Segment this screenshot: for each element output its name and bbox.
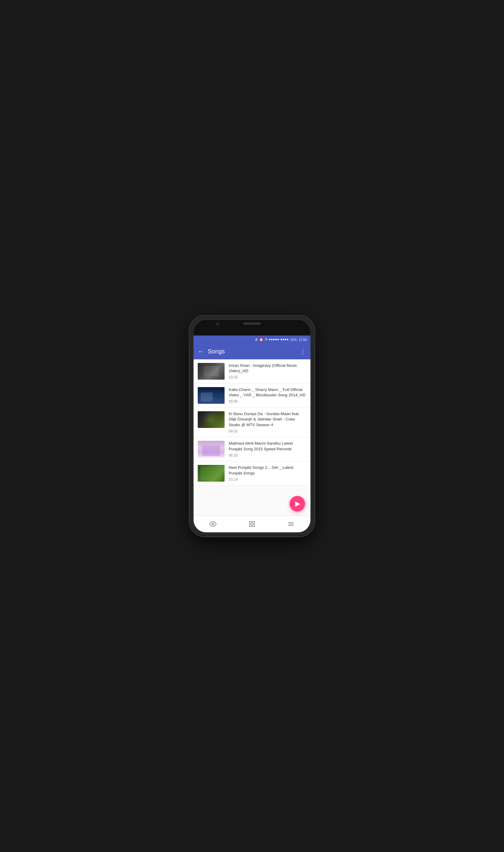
song-thumbnail [198, 441, 224, 457]
svg-rect-1 [249, 521, 251, 523]
list-item[interactable]: Imran Khan - Imaginary (Official Music V… [194, 359, 310, 383]
grid-icon [248, 520, 256, 528]
song-thumbnail [198, 411, 224, 428]
list-item[interactable]: Makhaul Akhil Manni Sandhu Latest Punjab… [194, 437, 310, 461]
svg-rect-2 [253, 521, 255, 523]
status-time: 17:00 [299, 338, 307, 342]
status-battery: 22% [290, 338, 297, 342]
song-title: Kalla Chann _ Sharry Mann _ Full Officia… [229, 387, 306, 398]
signal-2 [281, 339, 288, 340]
nav-menu-button[interactable] [282, 516, 300, 532]
svg-rect-3 [249, 525, 251, 527]
list-item[interactable]: Kalla Chann _ Sharry Mann _ Full Officia… [194, 383, 310, 407]
list-item[interactable]: New Punjabi Songs 2... Gel _ Latest Punj… [194, 461, 310, 486]
phone-speaker [243, 322, 261, 325]
app-screen: # ⏰ R 22% 17:00 [194, 336, 310, 532]
song-title: New Punjabi Songs 2... Gel _ Latest Punj… [229, 465, 306, 476]
play-icon: ▶ [295, 500, 300, 508]
nav-eye-button[interactable] [204, 516, 222, 532]
song-info: Imran Khan - Imaginary (Official Music V… [229, 363, 306, 380]
menu-lines-icon [287, 520, 295, 528]
app-title: Songs [208, 348, 296, 355]
phone-screen-container: # ⏰ R 22% 17:00 [194, 320, 310, 532]
song-title: Imran Khan - Imaginary (Official Music V… [229, 363, 306, 374]
svg-point-0 [212, 523, 214, 525]
song-title: Ki Banu Duniya Da - Gurdas Maan feat. Di… [229, 411, 306, 428]
song-duration: 08:02 [229, 429, 306, 433]
back-button[interactable]: ← [198, 348, 204, 355]
nav-grid-button[interactable] [243, 516, 261, 532]
bottom-nav [194, 515, 310, 532]
play-fab-button[interactable]: ▶ [290, 496, 305, 511]
song-info: Makhaul Akhil Manni Sandhu Latest Punjab… [229, 441, 306, 457]
song-info: New Punjabi Songs 2... Gel _ Latest Punj… [229, 465, 306, 482]
svg-rect-4 [253, 525, 255, 527]
app-bar: ← Songs ⋮ [194, 344, 310, 359]
song-thumbnail [198, 465, 224, 482]
song-title: Makhaul Akhil Manni Sandhu Latest Punjab… [229, 441, 306, 452]
eye-icon [209, 520, 217, 528]
status-bar: # ⏰ R 22% 17:00 [194, 336, 310, 344]
song-info: Kalla Chann _ Sharry Mann _ Full Officia… [229, 387, 306, 404]
song-thumbnail [198, 363, 224, 380]
status-hash: # [255, 337, 257, 342]
song-thumbnail [198, 387, 224, 404]
song-info: Ki Banu Duniya Da - Gurdas Maan feat. Di… [229, 411, 306, 434]
song-duration: 05:56 [229, 399, 306, 403]
song-duration: 06:20 [229, 453, 306, 457]
phone-device: # ⏰ R 22% 17:00 [190, 316, 314, 537]
song-duration: 03:20 [229, 375, 306, 379]
list-item[interactable]: Ki Banu Duniya Da - Gurdas Maan feat. Di… [194, 407, 310, 437]
status-alarm: ⏰ [259, 338, 263, 342]
signal-1 [269, 339, 279, 340]
song-list: Imran Khan - Imaginary (Official Music V… [194, 359, 310, 515]
song-duration: 03:14 [229, 477, 306, 482]
phone-camera [216, 322, 219, 325]
status-r: R [265, 338, 267, 341]
more-options-button[interactable]: ⋮ [300, 348, 306, 355]
